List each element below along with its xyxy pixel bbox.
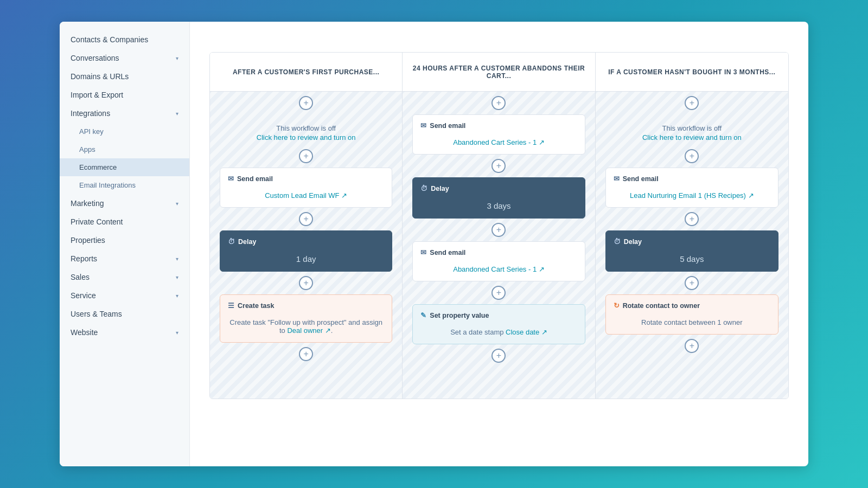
workflow-off-text-2: This workflow is off (662, 124, 722, 132)
sidebar-item-apps[interactable]: Apps (60, 140, 189, 158)
set-property-icon-1-3: ✎ (420, 311, 426, 319)
card-body-link-1-0[interactable]: Abandoned Cart Series - 1 ↗ (453, 138, 545, 146)
sidebar-item-label: API key (79, 127, 104, 136)
workflow-card-1-2: ✉Send emailAbandoned Cart Series - 1 ↗ (412, 241, 585, 281)
card-body-text-0-1: 1 day (296, 254, 316, 264)
workflow-column-1: 24 HOURS AFTER A CUSTOMER ABANDONS THEIR… (403, 53, 595, 399)
add-step-btn-after-off-0[interactable]: + (299, 149, 313, 163)
sidebar-item-label: Integrations (71, 109, 110, 118)
sidebar-item-contacts-companies[interactable]: Contacts & Companies (60, 30, 189, 49)
sidebar-item-integrations[interactable]: Integrations▾ (60, 104, 189, 123)
card-body-suffix-0-2: . (331, 326, 333, 335)
card-body-1-1: 3 days (420, 198, 577, 211)
sidebar-item-ecommerce[interactable]: Ecommerce (60, 158, 189, 176)
sidebar-item-label: Ecommerce (79, 163, 117, 171)
sidebar-item-domains-urls[interactable]: Domains & URLs (60, 67, 189, 86)
sidebar-item-service[interactable]: Service▾ (60, 286, 189, 305)
workflow-card-1-1: ⏱Delay3 days (412, 177, 585, 219)
card-body-link-1-3[interactable]: Close date ↗ (506, 328, 547, 336)
card-body-1-0: Abandoned Cart Series - 1 ↗ (420, 135, 577, 147)
card-body-2-2: Rotate contact between 1 owner (614, 315, 770, 328)
rotate-contact-icon-2-2: ↻ (614, 301, 620, 310)
workflow-card-0-0: ✉Send emailCustom Lead Email WF ↗ (220, 168, 392, 208)
card-body-link-0-0[interactable]: Custom Lead Email WF ↗ (265, 191, 347, 200)
sidebar: Contacts & CompaniesConversations▾Domain… (60, 22, 190, 466)
column-header-1: 24 HOURS AFTER A CUSTOMER ABANDONS THEIR… (403, 53, 595, 92)
workflow-turn-on-link-0[interactable]: Click here to review and turn on (257, 133, 356, 142)
card-body-text-2-1: 5 days (680, 254, 704, 264)
card-body-0-0: Custom Lead Email WF ↗ (228, 188, 384, 201)
card-header-1-0: ✉Send email (420, 121, 577, 130)
card-header-1-1: ⏱Delay (420, 184, 577, 192)
add-step-btn-top-2[interactable]: + (685, 96, 699, 110)
add-step-btn-after-2-1[interactable]: + (685, 276, 699, 290)
sidebar-item-properties[interactable]: Properties (60, 231, 189, 249)
workflow-card-0-1: ⏱Delay1 day (220, 230, 392, 272)
sidebar-item-label: Reports (71, 254, 97, 263)
add-step-btn-after-0-2[interactable]: + (299, 347, 313, 361)
card-header-1-2: ✉Send email (420, 248, 577, 256)
sidebar-item-users-teams[interactable]: Users & Teams (60, 305, 189, 323)
card-header-label-2-1: Delay (624, 238, 642, 246)
card-body-text-2-2: Rotate contact between 1 owner (641, 318, 742, 326)
sidebar-item-label: Website (71, 328, 98, 337)
sidebar-item-label: Import & Export (71, 91, 123, 99)
column-header-0: AFTER A CUSTOMER'S FIRST PURCHASE... (210, 53, 402, 92)
card-body-link-2-0[interactable]: Lead Nurturing Email 1 (HS Recipes) ↗ (630, 191, 754, 200)
workflow-card-0-2: ☰Create taskCreate task "Follow up with … (220, 294, 392, 343)
card-header-label-2-2: Rotate contact to owner (623, 302, 700, 310)
card-body-0-2: Create task "Follow up with prospect" an… (228, 315, 384, 336)
add-step-btn-top-0[interactable]: + (299, 96, 313, 110)
add-step-btn-after-1-0[interactable]: + (492, 159, 506, 173)
workflow-card-1-0: ✉Send emailAbandoned Cart Series - 1 ↗ (412, 114, 585, 155)
card-header-label-0-1: Delay (238, 238, 256, 246)
workflow-body-0: +This workflow is offClick here to revie… (210, 92, 402, 399)
workflow-column-2: IF A CUSTOMER HASN'T BOUGHT IN 3 MONTHS.… (596, 53, 788, 399)
sidebar-item-label: Email Integrations (79, 181, 136, 189)
add-step-btn-after-0-0[interactable]: + (299, 212, 313, 226)
send-email-icon-1-2: ✉ (420, 248, 426, 256)
sidebar-item-conversations[interactable]: Conversations▾ (60, 49, 189, 67)
workflow-card-2-2: ↻Rotate contact to ownerRotate contact b… (605, 294, 778, 335)
column-header-2: IF A CUSTOMER HASN'T BOUGHT IN 3 MONTHS.… (596, 53, 788, 92)
add-step-btn-after-0-1[interactable]: + (299, 276, 313, 290)
sidebar-item-website[interactable]: Website▾ (60, 323, 189, 342)
sidebar-item-reports[interactable]: Reports▾ (60, 249, 189, 268)
card-body-1-3: Set a date stamp Close date ↗ (420, 325, 577, 337)
add-step-btn-after-1-3[interactable]: + (492, 349, 506, 363)
sidebar-item-marketing[interactable]: Marketing▾ (60, 194, 189, 213)
add-step-btn-top-1[interactable]: + (492, 96, 506, 110)
card-body-link-0-2[interactable]: Deal owner ↗ (287, 326, 330, 335)
card-body-2-0: Lead Nurturing Email 1 (HS Recipes) ↗ (614, 188, 770, 201)
sidebar-item-label: Private Content (71, 217, 123, 226)
add-step-btn-after-1-1[interactable]: + (492, 223, 506, 237)
card-header-2-2: ↻Rotate contact to owner (614, 301, 770, 310)
add-step-btn-after-2-0[interactable]: + (685, 212, 699, 226)
card-header-1-3: ✎Set property value (420, 311, 577, 319)
card-body-link-1-2[interactable]: Abandoned Cart Series - 1 ↗ (453, 265, 545, 273)
sidebar-item-email-integrations[interactable]: Email Integrations (60, 176, 189, 194)
card-header-label-1-3: Set property value (430, 312, 489, 319)
workflow-card-2-0: ✉Send emailLead Nurturing Email 1 (HS Re… (605, 168, 778, 208)
workflow-turn-on-link-2[interactable]: Click here to review and turn on (642, 133, 742, 142)
delay-icon-2-1: ⏱ (614, 237, 621, 246)
chevron-down-icon: ▾ (176, 330, 178, 336)
sidebar-item-import-export[interactable]: Import & Export (60, 86, 189, 104)
workflow-off-text-0: This workflow is off (276, 124, 336, 132)
chevron-down-icon: ▾ (176, 274, 178, 280)
add-step-btn-after-off-2[interactable]: + (685, 149, 699, 163)
chevron-down-icon: ▾ (176, 201, 178, 207)
sidebar-item-api-key[interactable]: API key (60, 123, 189, 140)
send-email-icon-2-0: ✉ (614, 175, 620, 183)
card-body-text-1-3: Set a date stamp (450, 328, 506, 336)
add-step-btn-after-2-2[interactable]: + (685, 339, 699, 353)
delay-icon-1-1: ⏱ (420, 184, 427, 192)
workflow-off-msg-0: This workflow is offClick here to review… (257, 114, 356, 145)
sidebar-item-label: Sales (71, 273, 90, 281)
sidebar-item-sales[interactable]: Sales▾ (60, 268, 189, 286)
card-body-2-1: 5 days (614, 251, 770, 265)
send-email-icon-0-0: ✉ (228, 175, 234, 183)
send-email-icon-1-0: ✉ (420, 121, 426, 130)
sidebar-item-private-content[interactable]: Private Content (60, 213, 189, 231)
add-step-btn-after-1-2[interactable]: + (492, 286, 506, 300)
